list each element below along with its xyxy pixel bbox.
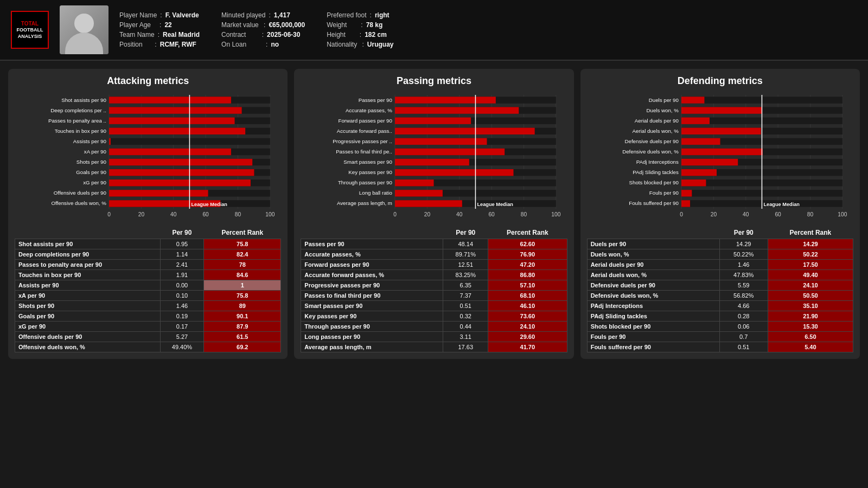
per90-cell: 1.46 xyxy=(719,260,768,270)
metric-cell: Average pass length, m xyxy=(301,342,443,352)
attacking-title: Attacking metrics xyxy=(15,75,281,87)
svg-rect-113 xyxy=(681,118,710,124)
svg-text:Duels per 90: Duels per 90 xyxy=(648,97,678,103)
table-row: Offensive duels won, %49.40%69.2 xyxy=(15,342,281,352)
table-row: xG per 900.1787.9 xyxy=(15,322,281,332)
metric-cell: Key passes per 90 xyxy=(301,311,443,322)
svg-text:Offensive duels per 90: Offensive duels per 90 xyxy=(54,190,106,196)
per90-cell: 3.11 xyxy=(443,332,488,342)
svg-text:20: 20 xyxy=(138,211,145,217)
rank-cell: 41.70 xyxy=(488,342,567,352)
on-loan-row: On Loan : no xyxy=(221,41,305,48)
per90-cell: 0.51 xyxy=(443,301,488,311)
svg-text:xG per 90: xG per 90 xyxy=(83,179,106,185)
per90-cell: 17.63 xyxy=(443,342,488,352)
per90-cell: 0.95 xyxy=(160,239,204,249)
svg-text:Long ball ratio: Long ball ratio xyxy=(359,190,392,196)
table-row: Defensive duels per 905.5924.10 xyxy=(587,280,853,291)
defending-title: Defending metrics xyxy=(587,75,853,87)
height-row: Height : 182 cm xyxy=(327,31,393,38)
svg-text:PAdj Sliding tackles: PAdj Sliding tackles xyxy=(633,169,679,175)
metric-cell: Shots blocked per 90 xyxy=(587,322,719,332)
attacking-rank-header: Percent Rank xyxy=(204,227,281,239)
svg-text:60: 60 xyxy=(775,211,781,217)
rank-cell: 24.10 xyxy=(768,280,853,291)
defending-per90-header: Per 90 xyxy=(719,227,768,239)
table-row: Offensive duels per 905.2761.5 xyxy=(15,332,281,342)
rank-cell: 24.10 xyxy=(488,322,567,332)
svg-rect-119 xyxy=(681,138,720,145)
per90-cell: 0.7 xyxy=(719,332,768,342)
svg-text:Goals per 90: Goals per 90 xyxy=(76,169,106,175)
table-row: Forward passes per 9012.5147.20 xyxy=(301,260,567,270)
svg-text:Key passes per 90: Key passes per 90 xyxy=(349,169,393,175)
defending-rank-header: Percent Rank xyxy=(768,227,853,239)
passing-panel: Passing metrics 020406080100Passes per 9… xyxy=(294,69,573,359)
attacking-table: Per 90 Percent Rank Shot assists per 900… xyxy=(15,227,281,352)
svg-text:40: 40 xyxy=(456,211,463,217)
svg-text:80: 80 xyxy=(235,211,241,217)
info-col-3: Preferred foot : right Weight : 78 kg He… xyxy=(327,11,393,48)
metric-cell: Forward passes per 90 xyxy=(301,260,443,270)
svg-text:League Median: League Median xyxy=(763,202,799,207)
table-row: PAdj Sliding tackles0.2821.90 xyxy=(587,311,853,322)
svg-rect-131 xyxy=(681,179,706,186)
svg-rect-116 xyxy=(681,128,761,134)
passing-title: Passing metrics xyxy=(301,75,567,87)
table-row: Duels won, %50.22%50.22 xyxy=(587,249,853,260)
attacking-per90-header: Per 90 xyxy=(160,227,204,239)
table-row: Shot assists per 900.9575.8 xyxy=(15,239,281,249)
per90-cell: 0.32 xyxy=(443,311,488,322)
svg-text:100: 100 xyxy=(265,211,275,217)
table-row: Fouls per 900.76.50 xyxy=(587,332,853,342)
per90-cell: 0.51 xyxy=(719,342,768,352)
metric-cell: Shot assists per 90 xyxy=(15,239,161,249)
table-row: Aerial duels per 901.4617.50 xyxy=(587,260,853,270)
per90-cell: 49.40% xyxy=(160,342,204,352)
svg-rect-19 xyxy=(109,118,235,124)
metric-cell: Through passes per 90 xyxy=(301,322,443,332)
rank-cell: 50.22 xyxy=(768,249,853,260)
per90-cell: 12.51 xyxy=(443,260,488,270)
metric-cell: Defensive duels won, % xyxy=(587,291,719,301)
table-row: Through passes per 900.4424.10 xyxy=(301,322,567,332)
table-row: Aerial duels won, %47.83%49.40 xyxy=(587,270,853,280)
per90-cell: 14.29 xyxy=(719,239,768,249)
svg-text:80: 80 xyxy=(521,211,527,217)
svg-rect-31 xyxy=(109,159,252,165)
rank-cell: 69.2 xyxy=(204,342,281,352)
rank-cell: 21.90 xyxy=(768,311,853,322)
rank-cell: 84.6 xyxy=(204,270,281,280)
table-row: Progressive passes per 906.3557.10 xyxy=(301,280,567,291)
metric-cell: Deep completions per 90 xyxy=(15,249,161,260)
svg-text:0: 0 xyxy=(393,211,397,217)
metric-cell: Assists per 90 xyxy=(15,280,161,291)
svg-text:Aerial duels per 90: Aerial duels per 90 xyxy=(634,118,678,124)
svg-rect-75 xyxy=(395,149,505,155)
per90-cell: 50.22% xyxy=(719,249,768,260)
rank-cell: 78 xyxy=(204,260,281,270)
minutes-row: Minuted played : 1,417 xyxy=(221,11,305,19)
player-info: Player Name : F. Valverde Player Age : 2… xyxy=(119,11,857,48)
metric-cell: Aerial duels won, % xyxy=(587,270,719,280)
passing-table: Per 90 Percent Rank Passes per 9048.1462… xyxy=(301,227,567,352)
svg-text:Shot assists per 90: Shot assists per 90 xyxy=(61,97,106,103)
per90-cell: 1.46 xyxy=(160,301,204,311)
rank-cell: 14.29 xyxy=(768,239,853,249)
svg-text:60: 60 xyxy=(489,211,495,217)
passing-per90-header: Per 90 xyxy=(443,227,488,239)
table-row: Smart passes per 900.5146.10 xyxy=(301,301,567,311)
per90-cell: 0.44 xyxy=(443,322,488,332)
metric-cell: PAdj Sliding tackles xyxy=(587,311,719,322)
svg-rect-81 xyxy=(395,169,513,176)
per90-cell: 2.41 xyxy=(160,260,204,270)
table-row: Touches in box per 901.9184.6 xyxy=(15,270,281,280)
metric-cell: Accurate passes, % xyxy=(301,249,443,260)
svg-text:100: 100 xyxy=(552,211,561,217)
per90-cell: 4.66 xyxy=(719,301,768,311)
rank-cell: 86.80 xyxy=(488,270,567,280)
rank-cell: 82.4 xyxy=(204,249,281,260)
svg-text:Accurate passes, %: Accurate passes, % xyxy=(346,107,392,113)
table-row: Accurate forward passes, %83.25%86.80 xyxy=(301,270,567,280)
svg-rect-125 xyxy=(681,159,738,165)
